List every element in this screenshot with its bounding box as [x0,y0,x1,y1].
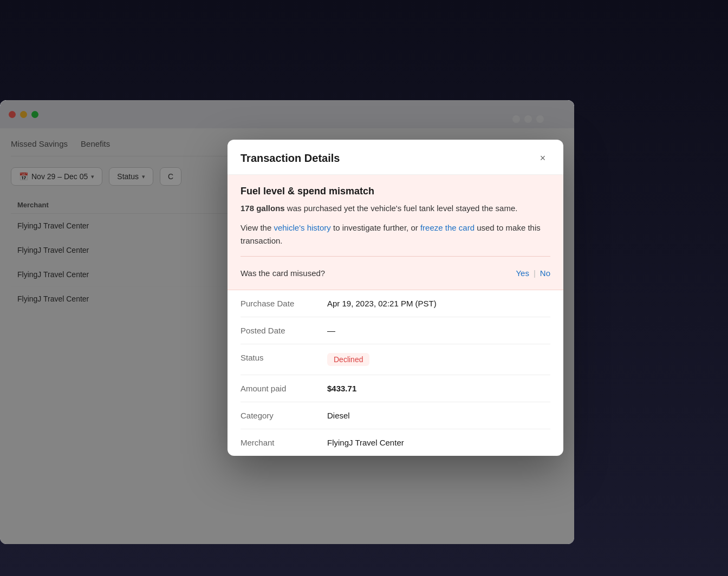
chrome-dot-1 [512,115,520,123]
posted-date-row: Posted Date — [240,317,550,344]
posted-date-value: — [327,326,550,335]
window-chrome-dots [512,115,544,123]
category-row: Category Diesel [240,402,550,429]
chrome-dot-2 [524,115,532,123]
category-label: Category [240,411,327,420]
misuse-yes-button[interactable]: Yes [516,269,529,278]
status-value: Declined [327,353,550,366]
misuse-row: Was the card misused? Yes | No [240,265,550,279]
category-value: Diesel [327,411,550,420]
modal-header: Transaction Details × [227,140,563,175]
freeze-card-link[interactable]: freeze the card [420,223,474,232]
modal-close-button[interactable]: × [535,150,550,166]
status-label: Status [240,353,327,362]
amount-row: Amount paid $433.71 [240,375,550,402]
posted-date-label: Posted Date [240,326,327,335]
pipe-divider: | [534,269,536,278]
amount-label: Amount paid [240,384,327,393]
misuse-question: Was the card misused? [240,269,325,278]
alert-gallons: 178 gallons [240,204,285,213]
purchase-date-value: Apr 19, 2023, 02:21 PM (PST) [327,299,550,308]
transaction-details-modal: Transaction Details × Fuel level & spend… [227,140,563,456]
status-row: Status Declined [240,344,550,375]
alert-banner: Fuel level & spend mismatch 178 gallons … [227,175,563,290]
misuse-actions: Yes | No [516,269,550,278]
alert-title: Fuel level & spend mismatch [240,186,550,197]
alert-links: View the vehicle's history to investigat… [240,221,550,247]
alert-link-text-1: View the [240,223,274,232]
vehicle-history-link[interactable]: vehicle's history [274,223,330,232]
purchase-date-row: Purchase Date Apr 19, 2023, 02:21 PM (PS… [240,290,550,317]
alert-link-text-2: to investigate further, or [331,223,420,232]
alert-body: 178 gallons was purchased yet the vehicl… [240,202,550,215]
chrome-dot-3 [536,115,544,123]
modal-title: Transaction Details [240,152,340,165]
alert-body-suffix: was purchased yet the vehicle's fuel tan… [285,204,518,213]
merchant-row: Merchant FlyingJ Travel Center [240,429,550,456]
status-badge: Declined [327,353,369,366]
purchase-date-label: Purchase Date [240,299,327,308]
alert-divider [240,256,550,257]
misuse-no-button[interactable]: No [540,269,550,278]
detail-rows: Purchase Date Apr 19, 2023, 02:21 PM (PS… [227,290,563,456]
amount-value: $433.71 [327,384,550,393]
merchant-value: FlyingJ Travel Center [327,438,550,447]
merchant-label: Merchant [240,438,327,447]
